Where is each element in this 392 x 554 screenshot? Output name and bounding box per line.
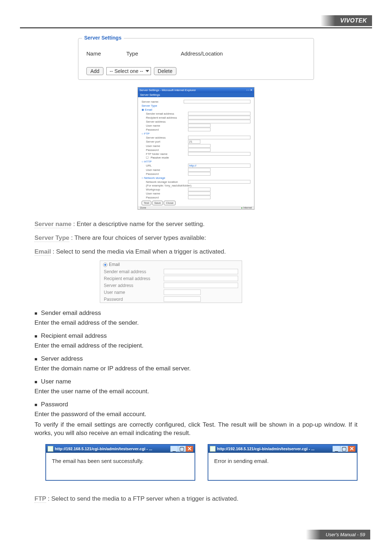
- ns-pass-field[interactable]: [188, 196, 211, 199]
- dialog-header-bar: Server Settings: [138, 93, 254, 97]
- popup-success: http://192.168.5.121/cgi-bin/admin/tests…: [45, 444, 195, 481]
- popup-error-msg: Error in sending email.: [208, 453, 357, 480]
- http-user-field[interactable]: [188, 168, 211, 172]
- f-server-lbl: Server address: [104, 283, 160, 288]
- radio-selected-icon: [103, 263, 107, 267]
- email-server-lbl: Server address: [146, 120, 186, 123]
- ns-loc-field[interactable]: [188, 180, 250, 184]
- email-radio-label[interactable]: Email: [145, 108, 152, 111]
- def-ftp: FTP : Select to send the media to a FTP …: [34, 495, 358, 502]
- http-radio-label[interactable]: HTTP: [144, 160, 152, 163]
- ftp-folder-field[interactable]: [188, 152, 250, 156]
- email-server-field[interactable]: [188, 120, 250, 123]
- http-pass-field[interactable]: [188, 172, 211, 176]
- f-user-field[interactable]: [164, 290, 201, 295]
- chevron-down-icon: [146, 70, 149, 72]
- add-button[interactable]: Add: [86, 67, 103, 75]
- ftp-user-field[interactable]: [188, 144, 211, 148]
- window-controls: ▫ ▫ ✕: [246, 89, 253, 92]
- f-recipient-lbl: Recipient email address: [104, 276, 160, 281]
- email-pass-field[interactable]: [188, 128, 211, 131]
- bullet-server: Server address: [34, 355, 358, 362]
- http-url-field[interactable]: http://: [188, 164, 250, 168]
- bullet-recipient: Recipient email address: [34, 332, 358, 340]
- servertype-label: Server Type: [142, 104, 250, 107]
- favicon-icon: [48, 446, 53, 452]
- ns-wg-field[interactable]: [188, 188, 211, 191]
- f-user-lbl: User name: [104, 290, 160, 295]
- server-table-header: Name Type Address/Location: [86, 49, 306, 58]
- ns-pass-lbl: Password: [146, 196, 186, 199]
- ftp-passive-lbl[interactable]: Passive mode: [151, 156, 169, 159]
- bullet-pass: Password: [34, 401, 358, 408]
- ftp-radio-label[interactable]: FTP: [144, 132, 150, 135]
- dialog-titlebar: Server Settings - Microsoft Internet Exp…: [139, 89, 196, 92]
- popup-error: http://192.168.5.121/cgi-bin/admin/tests…: [208, 444, 358, 481]
- header-rule: [20, 27, 372, 28]
- server-select[interactable]: -- Select one --: [106, 67, 151, 75]
- email-pass-lbl: Password: [146, 128, 186, 131]
- http-url-lbl: URL: [146, 164, 186, 167]
- col-name: Name: [86, 50, 112, 57]
- favicon-icon: [210, 446, 216, 452]
- ftp-server-lbl: Server address: [146, 136, 186, 139]
- term-servername: Server name: [34, 221, 72, 228]
- test-button[interactable]: Test: [142, 201, 151, 205]
- para-recipient: Enter the email address of the recipient…: [34, 342, 358, 350]
- server-settings-fieldset: Server Settings Name Type Address/Locati…: [78, 38, 314, 80]
- popup-url: http://192.168.5.121/cgi-bin/admin/tests…: [53, 447, 170, 451]
- ns-wg-lbl: Workgroup: [146, 188, 186, 191]
- ftp-port-lbl: Server port: [146, 140, 186, 143]
- f-pass-lbl: Password: [104, 297, 160, 302]
- close-icon[interactable]: ✕: [348, 446, 355, 452]
- maximize-icon[interactable]: ▢: [340, 446, 348, 452]
- ns-user-field[interactable]: [188, 192, 211, 195]
- def-servertype: Server Type : There are four choices of …: [34, 234, 358, 242]
- col-type: Type: [126, 50, 166, 57]
- delete-button[interactable]: Delete: [154, 67, 176, 75]
- ftp-pass-field[interactable]: [188, 148, 211, 152]
- server-select-value: -- Select one --: [110, 68, 143, 74]
- para-pass: Enter the password of the email account.: [34, 410, 358, 419]
- popup-url: http://192.168.5.121/cgi-bin/admin/tests…: [216, 447, 332, 451]
- f-pass-field[interactable]: [164, 296, 201, 302]
- ns-loc-lbl: Network storage location: [146, 180, 186, 184]
- minimize-icon[interactable]: _: [170, 446, 178, 452]
- ftp-folder-lbl: FTP folder name: [146, 152, 186, 156]
- email-user-field[interactable]: [188, 124, 211, 127]
- minimize-icon[interactable]: _: [332, 446, 340, 452]
- servername-field[interactable]: [184, 100, 250, 103]
- save-button[interactable]: Save: [152, 201, 163, 205]
- f-recipient-field[interactable]: [164, 276, 238, 281]
- para-verify: To verify if the email settings are corr…: [34, 421, 358, 438]
- email-fields-screenshot: Email Sender email address Recipient ema…: [100, 260, 242, 303]
- internet-zone-icon: ●: [241, 206, 242, 209]
- para-sender: Enter the email address of the sender.: [34, 319, 358, 327]
- ftp-port-field[interactable]: 21: [188, 140, 200, 144]
- para-user: Enter the user name of the email account…: [34, 387, 358, 396]
- maximize-icon[interactable]: ▢: [178, 446, 185, 452]
- email-user-lbl: User name: [146, 124, 186, 127]
- email-sender-field[interactable]: [188, 112, 250, 115]
- http-user-lbl: User name: [146, 168, 186, 172]
- status-zone: Internet: [243, 206, 252, 209]
- http-pass-lbl: Password: [146, 172, 186, 176]
- email-radio-text: Email: [109, 262, 120, 267]
- bullet-user: User name: [34, 378, 358, 385]
- dialog-screenshot: Server Settings - Microsoft Internet Exp…: [138, 87, 254, 210]
- ns-radio-label[interactable]: Network storage: [144, 176, 165, 180]
- close-icon[interactable]: ✕: [185, 446, 193, 452]
- col-address: Address/Location: [181, 50, 306, 57]
- ns-user-lbl: User name: [146, 192, 186, 195]
- email-recipient-field[interactable]: [188, 116, 250, 119]
- ns-hint: (For example: \\my_nas\disk\folder): [146, 184, 191, 187]
- def-email: Email : Select to send the media via Ema…: [34, 248, 358, 255]
- ftp-server-field[interactable]: [188, 136, 250, 139]
- servername-label: Server name:: [142, 100, 181, 103]
- close-button[interactable]: Close: [164, 201, 175, 205]
- page-footer: User's Manual - 59: [320, 530, 370, 539]
- popup-success-msg: The email has been sent successfully.: [46, 453, 195, 480]
- f-sender-field[interactable]: [164, 269, 238, 274]
- f-server-field[interactable]: [164, 283, 238, 288]
- def-servername: Server name : Enter a descriptive name f…: [34, 221, 358, 228]
